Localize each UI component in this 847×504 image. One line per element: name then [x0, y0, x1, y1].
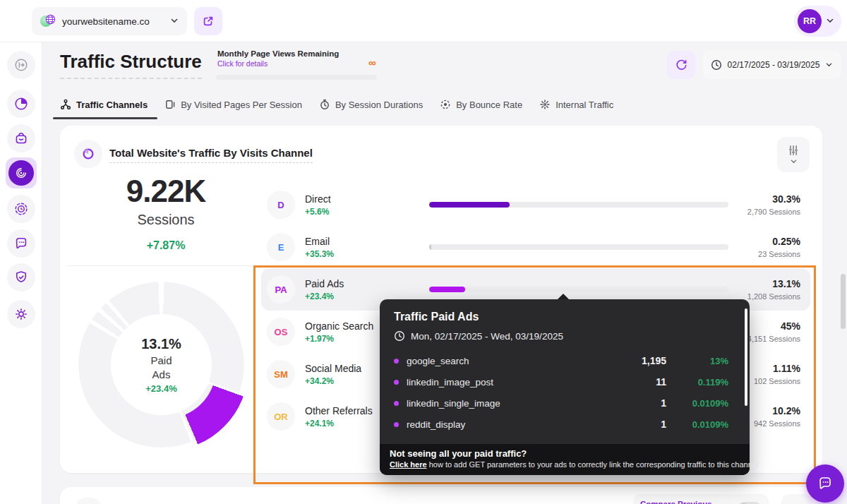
chevron-down-icon — [170, 15, 179, 28]
donut-center-line1: Paid — [150, 354, 172, 366]
channel-row[interactable]: D Direct +5.6% 30.3% 2,790 Sessions — [261, 184, 810, 226]
total-sessions-value: 9.22K — [88, 174, 244, 209]
source-pct: 13% — [666, 356, 728, 366]
sidebar-item-traffic[interactable] — [6, 157, 37, 188]
channel-bar-track — [429, 244, 728, 250]
bullet-icon — [394, 380, 399, 385]
channel-sessions: 4,151 Sessions — [747, 335, 800, 343]
channel-pct: 1.11% — [754, 363, 800, 374]
channel-sessions: 1,208 Sessions — [747, 292, 800, 301]
refresh-button[interactable] — [667, 51, 695, 79]
channel-row[interactable]: E Email +35.3% 0.25% 23 Sessions — [261, 226, 810, 268]
section-settings-button[interactable] — [781, 494, 812, 504]
next-section-card: Compare Previous Period — [60, 487, 822, 504]
traffic-donut-chart[interactable]: 13.1% Paid Ads +23.4% — [78, 282, 244, 448]
channel-name: Email — [305, 236, 411, 247]
sidebar-item-settings[interactable] — [7, 300, 35, 328]
tab-bar: Traffic Channels By Visited Pages Per Se… — [60, 97, 613, 119]
channel-name: Direct — [305, 193, 411, 205]
total-change-badge: +7.87% — [88, 239, 244, 252]
source-name: linkedin_image_post — [407, 377, 615, 388]
quota-details-link[interactable]: Click for details — [217, 59, 387, 68]
tooltip-scrollbar[interactable] — [745, 308, 747, 406]
tab-session-durations[interactable]: By Session Durations — [319, 97, 423, 119]
compare-previous-period-label: Compare Previous Period — [640, 500, 731, 504]
external-link-icon — [202, 15, 215, 28]
channel-name-block: Email +35.3% — [305, 236, 411, 259]
sidebar-collapse-button[interactable] — [7, 51, 35, 79]
channel-pct: 13.1% — [747, 278, 800, 289]
bounce-target-icon — [440, 99, 451, 110]
tooltip-footer-text: how to add GET parameters to your ads to… — [427, 460, 759, 469]
channel-sessions: 102 Sessions — [754, 377, 800, 385]
sidebar-item-dashboard[interactable] — [7, 90, 35, 118]
website-name: yourwebsitename.co — [62, 16, 170, 27]
channel-values: 30.3% 2,790 Sessions — [747, 193, 800, 216]
source-pct: 0.0109% — [666, 419, 728, 430]
traffic-radar-icon — [8, 160, 34, 186]
tooltip-source-row: linkedin_single_image 1 0.0109% — [394, 392, 735, 414]
support-chat-button[interactable] — [806, 464, 844, 503]
sidebar-item-security[interactable] — [7, 263, 35, 292]
tab-traffic-channels[interactable]: Traffic Channels — [60, 97, 148, 119]
channel-values: 0.25% 23 Sessions — [758, 236, 800, 258]
open-website-button[interactable] — [194, 7, 222, 35]
compare-previous-period-control: Compare Previous Period — [633, 494, 769, 504]
top-bar: yourwebsitename.co RR — [0, 0, 847, 42]
donut-center-label: 13.1% Paid Ads +23.4% — [78, 282, 244, 448]
tooltip-date-row: Mon, 02/17/2025 - Wed, 03/19/2025 — [394, 330, 735, 342]
channel-sessions: 942 Sessions — [754, 419, 800, 428]
page-scrollbar-thumb[interactable] — [841, 274, 846, 329]
website-logo-icon — [40, 13, 56, 29]
source-value: 1 — [615, 419, 666, 430]
chevron-down-icon — [825, 59, 833, 71]
tab-bounce-rate[interactable]: By Bounce Rate — [440, 97, 522, 119]
channel-bar-track — [429, 202, 728, 208]
sidebar-item-store[interactable] — [7, 124, 35, 152]
channel-name-block: Paid Ads +23.4% — [305, 278, 411, 301]
quota-progress-bar — [216, 75, 377, 80]
channel-values: 10.2% 942 Sessions — [754, 405, 800, 428]
source-pct: 0.119% — [666, 377, 728, 388]
channel-values: 45% 4,151 Sessions — [747, 320, 800, 343]
click-here-link[interactable]: Click here — [390, 460, 427, 469]
page-title: Traffic Structure — [60, 51, 202, 79]
quota-block: Monthly Page Views Remaining Click for d… — [217, 49, 387, 68]
website-selector[interactable]: yourwebsitename.co — [32, 7, 187, 35]
tooltip-title: Traffic Paid Ads — [394, 311, 735, 323]
focus-target-icon — [13, 201, 29, 217]
collapse-arrow-icon — [13, 57, 29, 73]
channel-bar-track — [429, 287, 728, 292]
chart-settings-button[interactable] — [777, 137, 810, 172]
date-range-picker[interactable]: 02/17/2025 - 03/19/2025 — [702, 51, 841, 79]
tab-visited-pages[interactable]: By Visited Pages Per Session — [164, 97, 302, 119]
tab-internal-traffic[interactable]: Internal Traffic — [539, 97, 613, 119]
chevron-down-icon — [826, 15, 834, 28]
source-name: linkedin_single_image — [407, 398, 615, 409]
donut-center-pct: 13.1% — [141, 336, 181, 352]
refresh-icon — [675, 59, 688, 72]
bullet-icon — [394, 401, 399, 406]
tooltip-rows: google_search 1,195 13% linkedin_image_p… — [394, 350, 735, 435]
tab-label: By Visited Pages Per Session — [181, 100, 302, 110]
sidebar-item-messages[interactable] — [7, 229, 35, 258]
user-menu[interactable]: RR — [794, 6, 841, 37]
channel-initials-badge: OR — [267, 402, 295, 431]
channel-pct: 45% — [747, 320, 800, 332]
sidebar-item-goals[interactable] — [7, 195, 35, 223]
shield-check-icon — [13, 270, 29, 285]
chat-bubble-icon — [13, 236, 29, 251]
share-nodes-icon — [60, 99, 71, 110]
channel-pct: 0.25% — [758, 236, 800, 247]
gear-icon — [13, 306, 29, 322]
clock-icon — [711, 59, 722, 71]
channel-bar-fill — [429, 244, 431, 250]
channel-bar-fill — [429, 202, 510, 208]
tab-label: Internal Traffic — [555, 100, 613, 110]
tooltip-footer-title: Not seeing all your paid traffic? — [390, 448, 740, 459]
source-value: 11 — [615, 376, 666, 388]
tab-label: By Session Durations — [335, 100, 423, 110]
tooltip-source-row: reddit_display 1 0.0109% — [394, 414, 735, 435]
channel-initials-badge: SM — [267, 360, 295, 388]
tooltip-caret — [558, 294, 569, 299]
